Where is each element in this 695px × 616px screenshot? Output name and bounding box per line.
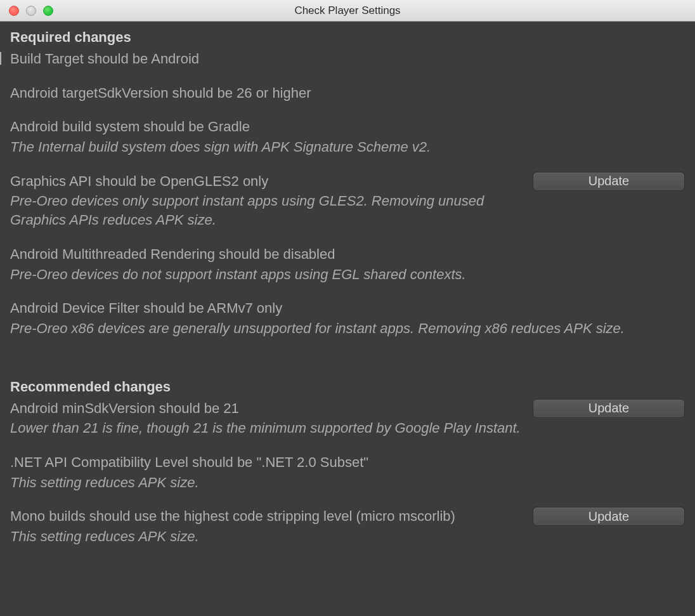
content-area: Required changes Build Target should be … xyxy=(0,22,695,572)
item-multithreaded: Android Multithreaded Rendering should b… xyxy=(10,245,685,284)
item-net-compat-title: .NET API Compatibility Level should be "… xyxy=(10,453,523,472)
item-device-filter: Android Device Filter should be ARMv7 on… xyxy=(10,299,685,337)
item-device-filter-title: Android Device Filter should be ARMv7 on… xyxy=(10,299,675,318)
item-multithreaded-desc: Pre-Oreo devices do not support instant … xyxy=(10,265,523,284)
text-caret-icon xyxy=(0,52,1,65)
item-graphics-api-title: Graphics API should be OpenGLES2 only xyxy=(10,172,523,191)
required-changes-header: Required changes xyxy=(10,29,685,46)
item-build-system-title: Android build system should be Gradle xyxy=(10,117,523,136)
recommended-changes-header: Recommended changes xyxy=(10,379,685,395)
item-net-compat-desc: This setting reduces APK size. xyxy=(10,473,523,492)
minimize-icon[interactable] xyxy=(26,6,36,16)
update-button-graphics-api[interactable]: Update xyxy=(533,172,685,191)
item-mono-strip-desc: This setting reduces APK size. xyxy=(10,527,523,546)
item-multithreaded-title: Android Multithreaded Rendering should b… xyxy=(10,245,523,264)
item-target-sdk: Android targetSdkVersion should be 26 or… xyxy=(10,84,685,103)
item-mono-strip: Mono builds should use the highest code … xyxy=(10,507,685,546)
update-button-min-sdk[interactable]: Update xyxy=(533,399,685,418)
item-mono-strip-title: Mono builds should use the highest code … xyxy=(10,507,523,526)
item-min-sdk: Android minSdkVersion should be 21 Lower… xyxy=(10,399,685,438)
item-graphics-api: Graphics API should be OpenGLES2 only Pr… xyxy=(10,172,685,230)
item-build-system: Android build system should be Gradle Th… xyxy=(10,117,685,156)
update-button-mono-strip[interactable]: Update xyxy=(533,507,685,526)
item-graphics-api-desc: Pre-Oreo devices only support instant ap… xyxy=(10,192,523,229)
item-min-sdk-desc: Lower than 21 is fine, though 21 is the … xyxy=(10,419,523,438)
item-net-compat: .NET API Compatibility Level should be "… xyxy=(10,453,685,492)
close-icon[interactable] xyxy=(9,6,19,16)
item-target-sdk-title: Android targetSdkVersion should be 26 or… xyxy=(10,84,523,103)
item-build-target-title: Build Target should be Android xyxy=(10,49,675,69)
item-device-filter-desc: Pre-Oreo x86 devices are generally unsup… xyxy=(10,319,675,338)
item-min-sdk-title: Android minSdkVersion should be 21 xyxy=(10,399,523,418)
maximize-icon[interactable] xyxy=(43,6,53,16)
item-build-target: Build Target should be Android xyxy=(10,49,685,69)
window-title: Check Player Settings xyxy=(0,4,695,17)
window-titlebar[interactable]: Check Player Settings xyxy=(0,0,695,22)
item-build-system-desc: The Internal build system does sign with… xyxy=(10,138,523,157)
